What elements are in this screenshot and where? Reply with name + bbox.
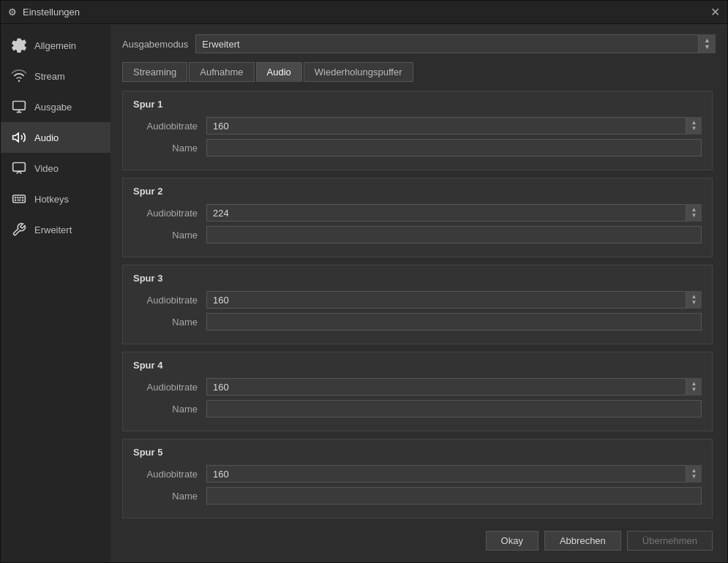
- tab-audio[interactable]: Audio: [256, 62, 302, 82]
- track-2-bitrate-label: Audiobitrate: [133, 208, 206, 219]
- track-1-bitrate-input[interactable]: [206, 117, 702, 135]
- track-5-bitrate-arrows: ▲ ▼: [686, 465, 702, 483]
- track-5-bitrate-input[interactable]: [206, 465, 702, 483]
- track-2-bitrate-arrows: ▲ ▼: [686, 204, 702, 222]
- sidebar-label-ausgabe: Ausgabe: [34, 102, 72, 113]
- track-3-name-row: Name: [133, 313, 702, 330]
- right-panel: Ausgabemodus Erweitert Einfach ▲▼ Stream…: [110, 24, 727, 562]
- sidebar-label-video: Video: [34, 163, 59, 174]
- track-4-bitrate-down[interactable]: ▼: [691, 387, 697, 393]
- track-4-title: Spur 4: [133, 360, 702, 371]
- wifi-icon: [11, 68, 27, 84]
- track-2-name-input[interactable]: [206, 226, 702, 243]
- track-5-name-input[interactable]: [206, 487, 702, 505]
- track-5-bitrate-label: Audiobitrate: [133, 469, 206, 480]
- track-3-bitrate-down[interactable]: ▼: [691, 300, 697, 306]
- track-4-bitrate-row: Audiobitrate ▲ ▼: [133, 378, 702, 396]
- track-1-name-input[interactable]: [206, 139, 702, 156]
- track-5-bitrate-spinbox: ▲ ▼: [206, 465, 702, 483]
- track-4-bitrate-input[interactable]: [206, 378, 702, 396]
- track-1-bitrate-down[interactable]: ▼: [691, 126, 697, 132]
- display-icon: [11, 160, 27, 176]
- track-3-title: Spur 3: [133, 273, 702, 284]
- track-3-name-input[interactable]: [206, 313, 702, 330]
- sidebar-item-ausgabe[interactable]: Ausgabe: [1, 91, 110, 122]
- bottom-bar: Okay Abbrechen Übernehmen: [122, 524, 716, 555]
- track-3-name-label: Name: [133, 317, 206, 328]
- track-2-bitrate-down[interactable]: ▼: [691, 213, 697, 219]
- svg-rect-6: [13, 195, 26, 203]
- tab-aufnahme[interactable]: Aufnahme: [189, 62, 254, 82]
- track-4-name-input[interactable]: [206, 400, 702, 417]
- titlebar: ⚙ Einstellungen ✕: [1, 1, 727, 24]
- sidebar-item-allgemein[interactable]: Allgemein: [1, 30, 110, 61]
- content-area: Spur 1 Audiobitrate ▲ ▼ Name: [122, 91, 716, 524]
- tab-streaming[interactable]: Streaming: [122, 62, 187, 82]
- settings-window: ⚙ Einstellungen ✕ Allgemein: [0, 0, 728, 563]
- sidebar: Allgemein Stream: [1, 24, 110, 562]
- track-5-bitrate-down[interactable]: ▼: [691, 474, 697, 480]
- sidebar-label-allgemein: Allgemein: [34, 40, 76, 51]
- sidebar-item-audio[interactable]: Audio: [1, 122, 110, 153]
- svg-point-0: [18, 80, 20, 82]
- output-mode-row: Ausgabemodus Erweitert Einfach ▲▼: [122, 34, 716, 53]
- track-2-bitrate-row: Audiobitrate ▲ ▼: [133, 204, 702, 222]
- monitor-icon: [11, 99, 27, 115]
- track-2-bitrate-input[interactable]: [206, 204, 702, 222]
- track-2-name-row: Name: [133, 226, 702, 243]
- sidebar-label-hotkeys: Hotkeys: [34, 194, 69, 205]
- track-3-bitrate-label: Audiobitrate: [133, 295, 206, 306]
- abbrechen-button[interactable]: Abbrechen: [544, 531, 621, 551]
- track-section-1: Spur 1 Audiobitrate ▲ ▼ Name: [122, 91, 713, 170]
- track-2-name-label: Name: [133, 230, 206, 241]
- speaker-icon: [11, 129, 27, 146]
- svg-marker-4: [13, 133, 19, 142]
- titlebar-title: ⚙ Einstellungen: [8, 7, 80, 18]
- track-5-name-label: Name: [133, 491, 206, 502]
- uebernehmen-button[interactable]: Übernehmen: [627, 531, 713, 551]
- keyboard-icon: [11, 191, 27, 207]
- sidebar-label-audio: Audio: [34, 132, 59, 143]
- close-button[interactable]: ✕: [710, 7, 720, 18]
- track-4-bitrate-spinbox: ▲ ▼: [206, 378, 702, 396]
- track-1-bitrate-spinbox: ▲ ▼: [206, 117, 702, 135]
- window-title: Einstellungen: [23, 7, 80, 18]
- main-content: Allgemein Stream: [1, 24, 727, 562]
- track-1-bitrate-label: Audiobitrate: [133, 121, 206, 132]
- sidebar-item-hotkeys[interactable]: Hotkeys: [1, 184, 110, 214]
- track-4-name-label: Name: [133, 404, 206, 415]
- sidebar-item-video[interactable]: Video: [1, 153, 110, 184]
- svg-rect-1: [13, 102, 26, 110]
- track-1-bitrate-row: Audiobitrate ▲ ▼: [133, 117, 702, 135]
- track-3-bitrate-arrows: ▲ ▼: [686, 291, 702, 309]
- track-5-bitrate-row: Audiobitrate ▲ ▼: [133, 465, 702, 483]
- track-3-bitrate-spinbox: ▲ ▼: [206, 291, 702, 309]
- track-4-bitrate-arrows: ▲ ▼: [686, 378, 702, 396]
- track-4-name-row: Name: [133, 400, 702, 417]
- sidebar-item-erweitert[interactable]: Erweitert: [1, 214, 110, 245]
- track-3-bitrate-row: Audiobitrate ▲ ▼: [133, 291, 702, 309]
- track-1-bitrate-arrows: ▲ ▼: [686, 117, 702, 135]
- track-4-bitrate-label: Audiobitrate: [133, 382, 206, 393]
- ausgabemodus-select-wrapper: Erweitert Einfach ▲▼: [195, 34, 716, 53]
- track-5-title: Spur 5: [133, 447, 702, 458]
- okay-button[interactable]: Okay: [486, 531, 539, 551]
- sidebar-label-erweitert: Erweitert: [34, 224, 72, 235]
- track-section-3: Spur 3 Audiobitrate ▲ ▼ Name: [122, 265, 713, 344]
- settings-icon: ⚙: [8, 7, 17, 18]
- tab-wiederholungspuffer[interactable]: Wiederholungspuffer: [304, 62, 413, 82]
- track-section-2: Spur 2 Audiobitrate ▲ ▼ Name: [122, 178, 713, 257]
- output-mode-label: Ausgabemodus: [122, 39, 188, 50]
- tabs: Streaming Aufnahme Audio Wiederholungspu…: [122, 62, 716, 82]
- track-2-bitrate-spinbox: ▲ ▼: [206, 204, 702, 222]
- svg-rect-5: [13, 163, 26, 172]
- gear-icon: [11, 37, 27, 53]
- track-5-name-row: Name: [133, 487, 702, 505]
- sidebar-item-stream[interactable]: Stream: [1, 61, 110, 91]
- track-3-bitrate-input[interactable]: [206, 291, 702, 309]
- track-section-4: Spur 4 Audiobitrate ▲ ▼ Name: [122, 352, 713, 431]
- wrench-icon: [11, 222, 27, 238]
- sidebar-label-stream: Stream: [34, 71, 65, 82]
- ausgabemodus-select[interactable]: Erweitert Einfach: [195, 34, 716, 53]
- track-1-name-row: Name: [133, 139, 702, 156]
